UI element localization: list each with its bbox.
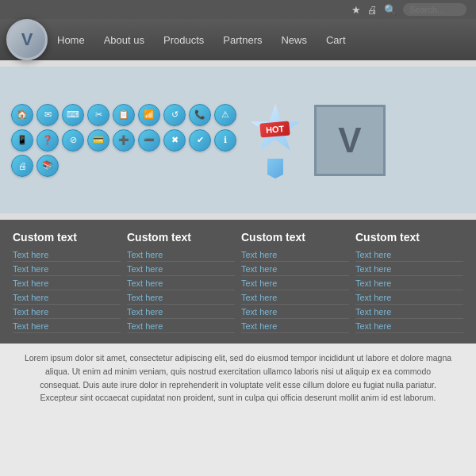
footer-link-2-2[interactable]: Text here bbox=[241, 278, 349, 290]
footer-link-2-1[interactable]: Text here bbox=[241, 264, 349, 276]
nav-bar: V Home About us Products Partners News C… bbox=[0, 19, 476, 60]
footer-col-title-0: Custom text bbox=[13, 231, 121, 244]
footer-link-3-4[interactable]: Text here bbox=[355, 307, 463, 319]
nav-news[interactable]: News bbox=[281, 34, 307, 46]
mail-icon[interactable]: ✉ bbox=[36, 104, 59, 126]
footer-col-links-0: Text hereText hereText hereText hereText… bbox=[13, 250, 121, 333]
footer-col-links-1: Text hereText hereText hereText hereText… bbox=[127, 250, 235, 333]
list-item: Text here bbox=[355, 321, 463, 333]
logo-circle[interactable]: V bbox=[6, 19, 48, 60]
footer-link-1-3[interactable]: Text here bbox=[127, 293, 235, 305]
nav-about[interactable]: About us bbox=[104, 34, 144, 46]
home-icon[interactable]: 🏠 bbox=[11, 104, 33, 126]
hot-ribbon bbox=[267, 159, 283, 178]
nav-home[interactable]: Home bbox=[57, 34, 85, 46]
footer-col-title-3: Custom text bbox=[355, 231, 463, 244]
scissors-icon[interactable]: ✂ bbox=[87, 104, 109, 126]
footer-col-2: Custom textText hereText hereText hereTe… bbox=[238, 231, 352, 336]
footer-link-3-3[interactable]: Text here bbox=[355, 293, 463, 305]
help-icon[interactable]: ❓ bbox=[36, 129, 59, 152]
warning-icon[interactable]: ⚠ bbox=[214, 104, 236, 126]
hot-text: HOT bbox=[260, 121, 291, 137]
hero-logo-v: V bbox=[338, 121, 361, 160]
list-item: Text here bbox=[13, 321, 121, 333]
search-icon[interactable]: 🔍 bbox=[384, 4, 397, 16]
list-item: Text here bbox=[127, 250, 235, 262]
footer-col-links-2: Text hereText hereText hereText hereText… bbox=[241, 250, 349, 333]
lorem-text: Lorem ipsum dolor sit amet, consectetur … bbox=[24, 351, 452, 405]
card-icon[interactable]: 💳 bbox=[87, 129, 109, 152]
list-item: Text here bbox=[127, 278, 235, 290]
plus-icon[interactable]: ➕ bbox=[113, 129, 135, 152]
hot-star: HOT bbox=[248, 102, 303, 157]
list-item: Text here bbox=[127, 264, 235, 276]
footer-col-title-2: Custom text bbox=[241, 231, 349, 244]
footer-link-2-0[interactable]: Text here bbox=[241, 250, 349, 262]
list-item: Text here bbox=[13, 293, 121, 305]
list-item: Text here bbox=[355, 293, 463, 305]
list-item: Text here bbox=[355, 278, 463, 290]
hero-separator bbox=[0, 213, 476, 220]
book-icon[interactable]: 📚 bbox=[36, 155, 59, 177]
clipboard-icon[interactable]: 📋 bbox=[113, 104, 135, 126]
no-icon[interactable]: ⊘ bbox=[62, 129, 84, 152]
list-item: Text here bbox=[241, 264, 349, 276]
footer-link-1-4[interactable]: Text here bbox=[127, 307, 235, 319]
nav-links: Home About us Products Partners News Car… bbox=[57, 34, 470, 46]
footer-link-2-4[interactable]: Text here bbox=[241, 307, 349, 319]
footer-link-3-0[interactable]: Text here bbox=[355, 250, 463, 262]
signal-icon[interactable]: 📶 bbox=[138, 104, 160, 126]
info-icon[interactable]: ℹ bbox=[214, 129, 236, 152]
hot-badge: HOT bbox=[248, 102, 303, 178]
icons-grid: 🏠✉⌨✂📋📶↺📞⚠📱❓⊘💳➕➖✖✔ℹ🖨📚 bbox=[11, 104, 236, 177]
top-bar: ★ 🖨 🔍 bbox=[0, 0, 476, 19]
minus-icon[interactable]: ➖ bbox=[138, 129, 160, 152]
list-item: Text here bbox=[241, 278, 349, 290]
list-item: Text here bbox=[127, 307, 235, 319]
footer-link-0-4[interactable]: Text here bbox=[13, 307, 121, 319]
footer-col-3: Custom textText hereText hereText hereTe… bbox=[352, 231, 466, 336]
nav-cart[interactable]: Cart bbox=[326, 34, 346, 46]
print-icon[interactable]: 🖨 bbox=[367, 4, 378, 16]
list-item: Text here bbox=[13, 278, 121, 290]
list-item: Text here bbox=[241, 321, 349, 333]
footer-col-links-3: Text hereText hereText hereText hereText… bbox=[355, 250, 463, 333]
check-icon[interactable]: ✔ bbox=[189, 129, 211, 152]
footer-link-0-1[interactable]: Text here bbox=[13, 264, 121, 276]
footer-link-1-2[interactable]: Text here bbox=[127, 278, 235, 290]
footer-link-2-5[interactable]: Text here bbox=[241, 321, 349, 333]
footer-columns: Custom textText hereText hereText hereTe… bbox=[10, 231, 466, 336]
footer-link-1-1[interactable]: Text here bbox=[127, 264, 235, 276]
footer-link-1-0[interactable]: Text here bbox=[127, 250, 235, 262]
footer-link-1-5[interactable]: Text here bbox=[127, 321, 235, 333]
list-item: Text here bbox=[355, 307, 463, 319]
list-item: Text here bbox=[13, 307, 121, 319]
footer-link-3-5[interactable]: Text here bbox=[355, 321, 463, 333]
print-icon[interactable]: 🖨 bbox=[11, 155, 33, 177]
nav-products[interactable]: Products bbox=[163, 34, 204, 46]
list-item: Text here bbox=[13, 264, 121, 276]
search-input[interactable] bbox=[403, 3, 466, 16]
footer-link-3-2[interactable]: Text here bbox=[355, 278, 463, 290]
footer-col-0: Custom textText hereText hereText hereTe… bbox=[10, 231, 124, 336]
footer-link-2-3[interactable]: Text here bbox=[241, 293, 349, 305]
list-item: Text here bbox=[355, 250, 463, 262]
footer-link-3-1[interactable]: Text here bbox=[355, 264, 463, 276]
footer-link-0-5[interactable]: Text here bbox=[13, 321, 121, 333]
footer-link-0-2[interactable]: Text here bbox=[13, 278, 121, 290]
keyboard-icon[interactable]: ⌨ bbox=[62, 104, 84, 126]
mobile-icon[interactable]: 📱 bbox=[11, 129, 33, 152]
list-item: Text here bbox=[13, 250, 121, 262]
hero-logo-box: V bbox=[314, 105, 386, 176]
hero-section: 🏠✉⌨✂📋📶↺📞⚠📱❓⊘💳➕➖✖✔ℹ🖨📚 HOT V bbox=[0, 67, 476, 213]
refresh-icon[interactable]: ↺ bbox=[163, 104, 186, 126]
lorem-section: Lorem ipsum dolor sit amet, consectetur … bbox=[0, 344, 476, 413]
list-item: Text here bbox=[241, 250, 349, 262]
phone-icon[interactable]: 📞 bbox=[189, 104, 211, 126]
nav-partners[interactable]: Partners bbox=[223, 34, 262, 46]
close-icon[interactable]: ✖ bbox=[163, 129, 186, 152]
star-icon[interactable]: ★ bbox=[351, 4, 361, 16]
footer-col-1: Custom textText hereText hereText hereTe… bbox=[124, 231, 238, 336]
footer-link-0-0[interactable]: Text here bbox=[13, 250, 121, 262]
footer-link-0-3[interactable]: Text here bbox=[13, 293, 121, 305]
